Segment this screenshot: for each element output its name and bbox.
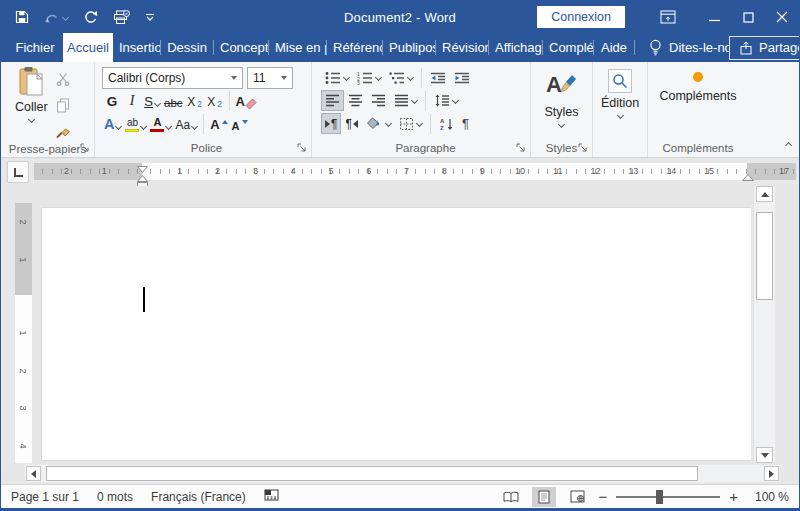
close-button[interactable] (765, 1, 799, 33)
dialog-launcher-icon (578, 143, 588, 153)
change-case-button[interactable]: Aa (173, 113, 199, 134)
scroll-left-button[interactable] (26, 466, 41, 481)
scroll-down-icon (761, 453, 769, 458)
right-indent-marker[interactable] (742, 174, 754, 181)
tab-aide[interactable]: Aide (594, 33, 634, 62)
zoom-slider[interactable] (616, 496, 720, 498)
word-count[interactable]: 0 mots (97, 490, 133, 504)
customize-quick-access-button[interactable] (145, 13, 155, 22)
share-button[interactable]: Partager (729, 36, 800, 60)
zoom-slider-thumb[interactable] (656, 490, 663, 504)
text-effects-button[interactable]: A (102, 113, 123, 134)
tab-complements[interactable]: Compléments (543, 33, 593, 62)
align-right-icon (371, 94, 386, 107)
macro-record-button[interactable] (264, 489, 279, 504)
underline-button[interactable]: S (142, 90, 162, 111)
tab-stop-selector[interactable] (7, 161, 29, 183)
tab-references[interactable]: Références (327, 33, 382, 62)
minimize-button[interactable] (697, 1, 731, 33)
zoom-out-button[interactable]: − (598, 489, 607, 504)
tab-conception[interactable]: Conception (214, 33, 268, 62)
paragraph-dialog-launcher[interactable] (515, 142, 527, 154)
addins-button[interactable]: Compléments (648, 66, 748, 103)
save-button[interactable] (15, 10, 29, 24)
sort-button[interactable]: AZ (435, 113, 458, 134)
page-indicator[interactable]: Page 1 sur 1 (11, 490, 79, 504)
tab-affichage[interactable]: Affichage (489, 33, 542, 62)
tab-revision[interactable]: Révision (436, 33, 488, 62)
line-spacing-button[interactable] (430, 90, 462, 111)
maximize-button[interactable] (731, 1, 765, 33)
styles-dialog-launcher[interactable] (577, 142, 589, 154)
tab-mise-en-page[interactable]: Mise en page (269, 33, 326, 62)
numbering-button[interactable]: 123 (353, 67, 385, 88)
font-color-button[interactable]: A (148, 113, 173, 134)
vertical-scroll-thumb[interactable] (756, 212, 773, 300)
clear-formatting-button[interactable]: A (234, 90, 259, 111)
ribbon-display-options-button[interactable] (651, 1, 685, 33)
print-preview-button[interactable] (113, 10, 130, 25)
decrease-indent-button[interactable] (426, 67, 450, 88)
ruler-right-margin: 17 (747, 163, 796, 180)
scroll-right-button[interactable] (764, 466, 779, 481)
font-size-combo[interactable]: 11 (247, 67, 293, 89)
copy-button[interactable] (52, 95, 74, 115)
vertical-scrollbar[interactable] (753, 186, 775, 463)
grow-font-button[interactable]: A (208, 113, 229, 134)
print-layout-button[interactable] (532, 487, 556, 507)
collapse-ribbon-button[interactable] (786, 134, 791, 152)
align-left-button[interactable] (321, 90, 344, 111)
increase-indent-button[interactable] (450, 67, 474, 88)
font-name-combo[interactable]: Calibri (Corps) (102, 67, 243, 89)
zoom-level[interactable]: 100 % (747, 490, 789, 504)
tab-dessin[interactable]: Dessin (161, 33, 213, 62)
format-painter-button[interactable] (52, 121, 74, 141)
editing-button[interactable]: Édition (593, 66, 647, 118)
line-spacing-icon (434, 94, 450, 107)
underline-dropdown-icon (154, 100, 161, 107)
shading-button[interactable] (362, 113, 395, 134)
web-layout-button[interactable] (565, 487, 589, 507)
bullets-button[interactable] (321, 67, 353, 88)
font-dialog-launcher[interactable] (296, 142, 308, 154)
connexion-button[interactable]: Connexion (537, 6, 625, 28)
align-center-button[interactable] (344, 90, 367, 111)
subscript-button[interactable]: X2 (185, 90, 205, 111)
tab-accueil[interactable]: Accueil (63, 33, 113, 62)
show-marks-button[interactable]: ¶ (458, 113, 473, 134)
read-mode-button[interactable] (499, 487, 523, 507)
clipboard-dialog-launcher[interactable] (79, 142, 91, 154)
bold-button[interactable]: G (102, 90, 122, 111)
italic-button[interactable]: I (122, 90, 142, 111)
redo-button[interactable] (83, 10, 98, 24)
horizontal-scrollbar[interactable] (25, 465, 780, 482)
scroll-down-button[interactable] (756, 447, 773, 463)
align-right-button[interactable] (367, 90, 390, 111)
multilevel-list-button[interactable] (385, 67, 417, 88)
left-to-right-button[interactable]: ¶ (321, 113, 341, 134)
borders-button[interactable] (395, 113, 426, 134)
superscript-button[interactable]: X2 (205, 90, 225, 111)
highlight-button[interactable]: ab (123, 113, 148, 134)
justify-button[interactable] (390, 90, 421, 111)
paste-button[interactable]: Coller (15, 66, 48, 141)
tab-publipostage[interactable]: Publipostage (383, 33, 435, 62)
cut-button[interactable] (52, 69, 74, 89)
strikethrough-button[interactable]: abc (162, 90, 185, 111)
zoom-in-button[interactable]: + (729, 489, 738, 504)
document-page[interactable] (41, 207, 751, 461)
shrink-font-button[interactable]: A (230, 113, 250, 134)
redo-icon (83, 10, 98, 24)
right-to-left-button[interactable]: ¶ (341, 113, 361, 134)
undo-button[interactable] (44, 11, 68, 24)
scroll-up-button[interactable] (756, 186, 773, 202)
language-indicator[interactable]: Français (France) (151, 490, 246, 504)
horizontal-scroll-thumb[interactable] (46, 466, 698, 481)
tell-me-button[interactable]: Dites-le-nous (649, 33, 729, 62)
tab-fichier[interactable]: Fichier (7, 33, 63, 62)
word-window: Document2 - Word Connexion Fichier Accue… (0, 0, 800, 511)
title-bar-controls: Connexion (537, 1, 799, 33)
undo-icon (44, 11, 60, 24)
styles-button[interactable]: A Styles (531, 66, 592, 127)
tab-insertion[interactable]: Insertion (113, 33, 160, 62)
